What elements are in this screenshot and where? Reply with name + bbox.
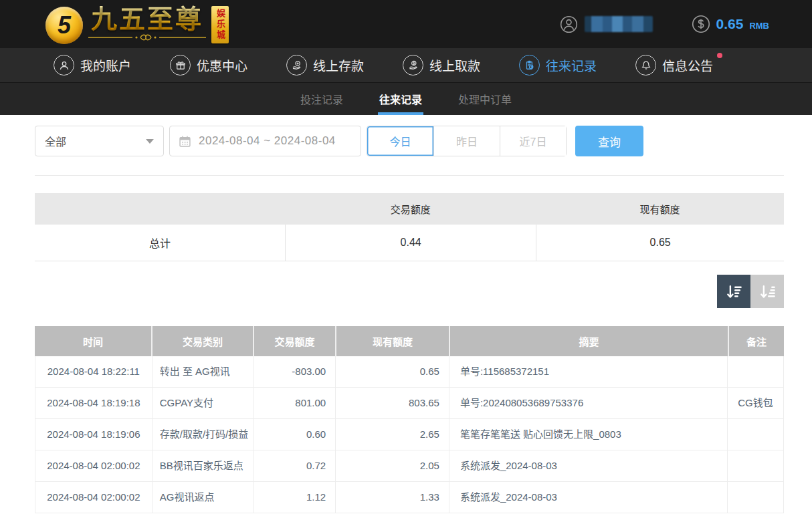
col-current-amount: 现有额度 bbox=[335, 326, 449, 356]
nav-label: 线上存款 bbox=[313, 56, 364, 74]
summary-current-amount: 0.65 bbox=[536, 225, 784, 261]
record-amount: 801.00 bbox=[253, 388, 335, 418]
records-tab-bar: 投注记录 往来记录 处理中订单 bbox=[0, 83, 812, 115]
date-range-value: 2024-08-04 ~ 2024-08-04 bbox=[199, 134, 336, 148]
tab-pending-orders[interactable]: 处理中订单 bbox=[457, 83, 513, 115]
site-logo[interactable]: 5 九五至尊 娱乐城 bbox=[45, 5, 229, 44]
record-summary: 系统派发_2024-08-03 bbox=[449, 482, 727, 513]
record-balance: 0.65 bbox=[335, 356, 449, 387]
record-summary: 单号:202408053689753376 bbox=[449, 388, 727, 418]
username-redacted bbox=[585, 16, 653, 32]
balance-amount: 0.65 bbox=[716, 16, 744, 32]
records-body: 2024-08-04 18:22:11 转出 至 AG视讯 -803.00 0.… bbox=[35, 356, 784, 513]
nav-item-promotions[interactable]: 优惠中心 bbox=[170, 55, 247, 76]
col-time: 时间 bbox=[35, 326, 151, 356]
withdraw-icon bbox=[403, 55, 423, 76]
calendar-icon bbox=[178, 134, 192, 148]
type-select-value: 全部 bbox=[45, 133, 66, 149]
user-account-chip[interactable] bbox=[560, 15, 653, 33]
summary-col-empty bbox=[35, 193, 285, 225]
nav-label: 信息公告 bbox=[662, 56, 713, 74]
summary-header-row: 交易额度 现有额度 bbox=[35, 193, 784, 225]
record-balance: 2.65 bbox=[335, 419, 449, 450]
summary-table: 交易额度 现有额度 总计 0.44 0.65 bbox=[35, 193, 784, 261]
record-note bbox=[727, 450, 783, 481]
record-note bbox=[727, 419, 783, 450]
nav-label: 往来记录 bbox=[546, 56, 597, 74]
logo-emblem-icon: 5 bbox=[45, 7, 83, 44]
logo-wordmark: 九五至尊 bbox=[91, 5, 203, 34]
nav-item-my-account[interactable]: 我的账户 bbox=[54, 55, 131, 76]
summary-col-transaction-amount: 交易额度 bbox=[285, 193, 536, 225]
deposit-icon bbox=[286, 55, 307, 76]
record-note bbox=[727, 482, 783, 513]
chevron-down-icon bbox=[146, 139, 154, 144]
nav-item-deposit[interactable]: 线上存款 bbox=[286, 55, 364, 76]
quick-range-last7days[interactable]: 近7日 bbox=[500, 126, 566, 156]
col-note: 备注 bbox=[728, 326, 784, 356]
record-type: AG视讯返点 bbox=[152, 482, 253, 513]
record-type: 转出 至 AG视讯 bbox=[152, 356, 253, 387]
summary-total-row: 总计 0.44 0.65 bbox=[35, 225, 784, 261]
logo-flourish-icon bbox=[87, 33, 207, 42]
summary-col-current-amount: 现有额度 bbox=[536, 193, 784, 225]
notification-dot bbox=[717, 53, 722, 58]
record-summary: 系统派发_2024-08-03 bbox=[449, 450, 727, 481]
bell-icon bbox=[635, 55, 656, 76]
nav-item-announcements[interactable]: 信息公告 bbox=[635, 55, 713, 76]
main-navigation: 我的账户 优惠中心 线上存款 线上取款 bbox=[0, 48, 812, 83]
record-time: 2024-08-04 18:19:06 bbox=[35, 419, 152, 450]
table-row: 2024-08-04 18:22:11 转出 至 AG视讯 -803.00 0.… bbox=[35, 356, 783, 388]
summary-transaction-amount: 0.44 bbox=[285, 225, 536, 261]
record-balance: 803.65 bbox=[335, 388, 449, 418]
record-amount: 1.12 bbox=[253, 482, 335, 513]
sort-controls bbox=[35, 275, 784, 308]
nav-label: 优惠中心 bbox=[197, 56, 247, 74]
record-time: 2024-08-04 02:00:02 bbox=[35, 482, 152, 513]
main-content: 全部 2024-08-04 ~ 2024-08-04 今日 昨日 近7日 查询 bbox=[0, 115, 812, 513]
account-icon bbox=[54, 55, 74, 76]
record-type: CGPAY支付 bbox=[152, 388, 253, 418]
section-divider bbox=[35, 175, 784, 176]
coin-icon bbox=[692, 15, 710, 33]
record-amount: -803.00 bbox=[253, 356, 335, 387]
tab-betting-records[interactable]: 投注记录 bbox=[299, 83, 344, 115]
nav-item-withdraw[interactable]: 线上取款 bbox=[403, 55, 480, 76]
date-range-input[interactable]: 2024-08-04 ~ 2024-08-04 bbox=[169, 126, 361, 156]
record-amount: 0.60 bbox=[253, 419, 335, 450]
sort-descending-button[interactable] bbox=[717, 275, 750, 308]
logo-badge: 娱乐城 bbox=[211, 6, 229, 43]
records-header-row: 时间 交易类别 交易额度 现有额度 摘要 备注 bbox=[35, 326, 784, 356]
table-row: 2024-08-04 18:19:06 存款/取款/打码/损益 0.60 2.6… bbox=[35, 419, 783, 450]
balance-display: 0.65 RMB bbox=[692, 15, 769, 33]
summary-total-label: 总计 bbox=[35, 225, 285, 261]
top-header: 5 九五至尊 娱乐城 bbox=[0, 0, 812, 48]
search-button[interactable]: 查询 bbox=[575, 126, 643, 156]
tab-transaction-records[interactable]: 往来记录 bbox=[378, 83, 423, 115]
table-row: 2024-08-04 18:19:18 CGPAY支付 801.00 803.6… bbox=[35, 388, 783, 419]
sort-ascending-button[interactable] bbox=[750, 275, 784, 308]
quick-range-yesterday[interactable]: 昨日 bbox=[433, 126, 500, 156]
quick-range-today[interactable]: 今日 bbox=[367, 126, 433, 156]
record-amount: 0.72 bbox=[253, 450, 335, 481]
record-balance: 2.05 bbox=[335, 450, 449, 481]
filter-bar: 全部 2024-08-04 ~ 2024-08-04 今日 昨日 近7日 查询 bbox=[35, 126, 784, 156]
type-select[interactable]: 全部 bbox=[35, 126, 164, 156]
quick-range-group: 今日 昨日 近7日 bbox=[367, 126, 567, 156]
col-summary: 摘要 bbox=[449, 326, 728, 356]
record-note bbox=[727, 356, 783, 387]
table-row: 2024-08-04 02:00:02 AG视讯返点 1.12 1.33 系统派… bbox=[35, 482, 783, 513]
record-note: CG钱包 bbox=[727, 388, 783, 418]
balance-currency: RMB bbox=[749, 18, 769, 31]
record-balance: 1.33 bbox=[335, 482, 449, 513]
nav-item-transaction-records[interactable]: 往来记录 bbox=[519, 55, 597, 76]
records-table: 时间 交易类别 交易额度 现有额度 摘要 备注 2024-08-04 18:22… bbox=[35, 326, 784, 513]
nav-label: 我的账户 bbox=[80, 56, 131, 74]
nav-label: 线上取款 bbox=[429, 56, 480, 74]
record-time: 2024-08-04 18:19:18 bbox=[35, 388, 152, 418]
record-summary: 单号:115685372151 bbox=[449, 356, 727, 387]
col-type: 交易类别 bbox=[151, 326, 253, 356]
gift-icon bbox=[170, 55, 191, 76]
record-time: 2024-08-04 18:22:11 bbox=[35, 356, 152, 387]
record-time: 2024-08-04 02:00:02 bbox=[35, 450, 152, 481]
